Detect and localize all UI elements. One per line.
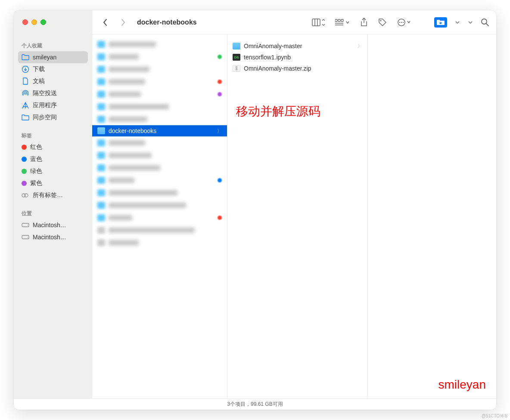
sidebar-item-documents[interactable]: 文稿	[18, 75, 88, 87]
sidebar-item-airdrop[interactable]: 隔空投送	[18, 87, 88, 99]
search-button[interactable]	[481, 18, 489, 27]
action-folder-button[interactable]	[434, 17, 447, 28]
sidebar-item-label: 文稿	[33, 77, 45, 85]
blurred-item[interactable]	[92, 186, 227, 199]
folder-omnianomaly[interactable]: OmniAnomaly-master 〉	[227, 40, 367, 52]
download-icon	[22, 65, 29, 73]
sidebar-item-label: 所有标签…	[33, 191, 63, 199]
watermark: @51CTO博客	[482, 413, 508, 419]
folder-icon	[233, 43, 240, 49]
svg-point-17	[25, 93, 26, 94]
blurred-item[interactable]	[92, 50, 227, 63]
sidebar-item-sync[interactable]: 同步空间	[18, 111, 88, 124]
blurred-item[interactable]	[92, 113, 227, 125]
folder-docker-notebooks[interactable]: docker-notebooks 〉	[92, 125, 227, 136]
dropdown-chevron-icon[interactable]	[455, 21, 460, 24]
file-name: tensorflow1.ipynb	[244, 54, 291, 61]
more-button[interactable]	[397, 18, 411, 27]
close-icon[interactable]	[22, 19, 28, 25]
svg-point-19	[25, 194, 28, 197]
sidebar-item-label: Macintosh…	[33, 222, 66, 229]
all-tags-icon	[22, 191, 29, 199]
chevron-right-icon: 〉	[217, 128, 222, 134]
sidebar-item-label: 下载	[33, 65, 45, 73]
tag-dot-icon	[22, 157, 27, 162]
blurred-item[interactable]	[92, 100, 227, 113]
sidebar-item-label: 紫色	[30, 179, 42, 187]
blurred-item[interactable]	[92, 75, 227, 88]
sync-icon	[22, 114, 29, 121]
sidebar-item-smileyan[interactable]: smileyan	[18, 51, 88, 63]
blurred-item[interactable]	[92, 88, 227, 100]
blurred-item[interactable]	[92, 161, 227, 174]
annotation-author: smileyan	[438, 378, 486, 392]
traffic-lights	[14, 10, 92, 34]
annotation-instruction: 移动并解压源码	[236, 103, 320, 120]
sidebar-location[interactable]: Macintosh…	[18, 231, 88, 243]
blurred-item[interactable]	[92, 38, 227, 50]
chevron-right-icon: 〉	[358, 43, 362, 49]
favorites-header: 个人收藏	[18, 40, 88, 51]
svg-point-11	[401, 22, 402, 22]
airdrop-icon	[22, 90, 29, 97]
disk-icon	[22, 221, 29, 229]
tag-dot-icon	[22, 169, 27, 174]
blurred-item[interactable]	[92, 149, 227, 161]
zip-icon	[233, 65, 240, 72]
file-omnianomaly-zip[interactable]: OmniAnomaly-master.zip	[227, 63, 367, 74]
blurred-item[interactable]	[92, 63, 227, 75]
blurred-item[interactable]	[92, 199, 227, 211]
folder-icon	[22, 53, 29, 61]
share-button[interactable]	[360, 18, 368, 27]
blurred-item[interactable]	[92, 236, 227, 249]
sidebar-tag-red[interactable]: 红色	[18, 141, 88, 153]
svg-rect-0	[312, 19, 320, 26]
file-name: OmniAnomaly-master.zip	[244, 65, 311, 72]
sidebar: 个人收藏 smileyan 下载 文稿 隔空投送 应用程序	[14, 34, 92, 398]
notebook-icon: DS	[233, 54, 240, 61]
finder-body: 个人收藏 smileyan 下载 文稿 隔空投送 应用程序	[14, 34, 496, 398]
dropdown-chevron-icon[interactable]	[468, 21, 473, 24]
minimize-icon[interactable]	[31, 19, 37, 25]
tag-dot-icon	[22, 181, 27, 186]
view-columns-button[interactable]	[312, 19, 325, 26]
app-icon	[22, 102, 29, 109]
sidebar-all-tags[interactable]: 所有标签…	[18, 189, 88, 201]
blurred-item[interactable]	[92, 211, 227, 224]
back-button[interactable]	[99, 16, 111, 28]
svg-point-8	[380, 20, 382, 21]
file-tensorflow-ipynb[interactable]: DS tensorflow1.ipynb	[227, 52, 367, 63]
sidebar-tag-blue[interactable]: 蓝色	[18, 153, 88, 165]
tag-dot-icon	[22, 145, 27, 150]
document-icon	[22, 77, 29, 85]
blurred-item[interactable]	[92, 174, 227, 186]
sidebar-tag-green[interactable]: 绿色	[18, 165, 88, 177]
maximize-icon[interactable]	[40, 19, 46, 25]
blurred-item[interactable]	[92, 136, 227, 149]
status-bar: 3个项目，99.61 GB可用	[14, 398, 496, 410]
sidebar-item-label: 隔空投送	[33, 90, 57, 97]
tag-button[interactable]	[378, 18, 387, 27]
group-button[interactable]	[335, 19, 350, 26]
sidebar-tag-purple[interactable]: 紫色	[18, 177, 88, 189]
file-name: docker-notebooks	[109, 127, 156, 134]
svg-line-15	[486, 24, 488, 26]
svg-point-23	[27, 237, 28, 238]
sidebar-item-label: 红色	[30, 143, 42, 151]
forward-button[interactable]	[117, 16, 129, 28]
column-3: smileyan	[368, 34, 496, 398]
toolbar: docker-notebooks	[92, 16, 496, 28]
locations-header: 位置	[18, 207, 88, 219]
column-2: OmniAnomaly-master 〉 DS tensorflow1.ipyn…	[227, 34, 368, 398]
window-title: docker-notebooks	[137, 19, 197, 26]
sidebar-item-applications[interactable]: 应用程序	[18, 99, 88, 111]
sidebar-item-label: 应用程序	[33, 102, 57, 109]
svg-rect-4	[338, 19, 340, 22]
sidebar-item-downloads[interactable]: 下载	[18, 63, 88, 75]
tags-header: 标签	[18, 130, 88, 141]
sidebar-item-label: smileyan	[33, 54, 56, 61]
blurred-item[interactable]	[92, 224, 227, 236]
status-text: 3个项目，99.61 GB可用	[227, 401, 283, 408]
svg-rect-3	[335, 19, 337, 22]
sidebar-location[interactable]: Macintosh…	[18, 219, 88, 231]
